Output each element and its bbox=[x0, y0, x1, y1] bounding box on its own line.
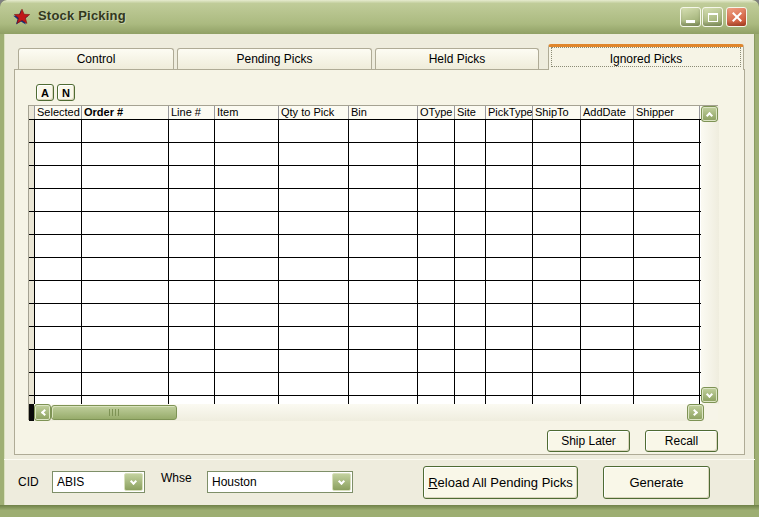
grid-cell[interactable] bbox=[418, 350, 455, 372]
grid-cell[interactable] bbox=[634, 166, 700, 188]
grid-cell[interactable] bbox=[82, 189, 169, 211]
grid-cell[interactable] bbox=[418, 373, 455, 395]
grid-cell[interactable] bbox=[82, 281, 169, 303]
grid-cell[interactable] bbox=[533, 235, 581, 257]
grid-cell[interactable] bbox=[349, 281, 418, 303]
grid-cell[interactable] bbox=[279, 350, 349, 372]
grid-cell[interactable] bbox=[169, 212, 215, 234]
grid-cell[interactable] bbox=[349, 235, 418, 257]
grid-cell[interactable] bbox=[634, 235, 700, 257]
grid-cell[interactable] bbox=[455, 327, 486, 349]
grid-cell[interactable] bbox=[455, 396, 486, 404]
grid-cell[interactable] bbox=[279, 304, 349, 326]
grid-cell[interactable] bbox=[215, 350, 279, 372]
grid-cell[interactable] bbox=[486, 235, 533, 257]
grid-cell[interactable] bbox=[634, 396, 700, 404]
ship-later-button[interactable]: Ship Later bbox=[547, 430, 630, 452]
grid-cell[interactable] bbox=[279, 189, 349, 211]
grid-cell[interactable] bbox=[581, 143, 634, 165]
scroll-left-button[interactable] bbox=[34, 404, 51, 421]
grid-cell[interactable] bbox=[533, 258, 581, 280]
grid-cell[interactable] bbox=[35, 235, 82, 257]
grid-cell[interactable] bbox=[169, 120, 215, 142]
generate-button[interactable]: Generate bbox=[603, 466, 710, 499]
grid-cell[interactable] bbox=[418, 235, 455, 257]
grid-cell[interactable] bbox=[349, 258, 418, 280]
grid-cell[interactable] bbox=[82, 120, 169, 142]
grid-cell[interactable] bbox=[215, 189, 279, 211]
minimize-button[interactable] bbox=[680, 7, 701, 27]
grid-cell[interactable] bbox=[169, 166, 215, 188]
scroll-up-button[interactable] bbox=[701, 106, 718, 122]
grid-cell[interactable] bbox=[634, 258, 700, 280]
grid-cell[interactable] bbox=[533, 327, 581, 349]
grid-cell[interactable] bbox=[634, 373, 700, 395]
grid-cell[interactable] bbox=[215, 327, 279, 349]
grid-cell[interactable] bbox=[35, 166, 82, 188]
grid-cell[interactable] bbox=[279, 396, 349, 404]
grid-cell[interactable] bbox=[82, 396, 169, 404]
grid-cell[interactable] bbox=[455, 373, 486, 395]
grid-cell[interactable] bbox=[169, 258, 215, 280]
grid-cell[interactable] bbox=[35, 212, 82, 234]
grid-cell[interactable] bbox=[533, 373, 581, 395]
grid-cell[interactable] bbox=[486, 327, 533, 349]
grid-cell[interactable] bbox=[455, 189, 486, 211]
grid-cell[interactable] bbox=[279, 281, 349, 303]
grid-cell[interactable] bbox=[169, 143, 215, 165]
grid-row[interactable] bbox=[29, 166, 701, 189]
n-button[interactable]: N bbox=[57, 84, 75, 101]
scroll-right-button[interactable] bbox=[687, 404, 704, 421]
grid-cell[interactable] bbox=[349, 350, 418, 372]
grid-cell[interactable] bbox=[169, 281, 215, 303]
grid-cell[interactable] bbox=[215, 258, 279, 280]
grid-cell[interactable] bbox=[533, 304, 581, 326]
grid-row[interactable] bbox=[29, 189, 701, 212]
grid-cell[interactable] bbox=[279, 143, 349, 165]
grid-cell[interactable] bbox=[169, 235, 215, 257]
grid-cell[interactable] bbox=[35, 258, 82, 280]
grid-cell[interactable] bbox=[215, 212, 279, 234]
grid-cell[interactable] bbox=[82, 373, 169, 395]
grid-cell[interactable] bbox=[455, 166, 486, 188]
grid-cell[interactable] bbox=[418, 396, 455, 404]
grid-cell[interactable] bbox=[581, 235, 634, 257]
grid-cell[interactable] bbox=[418, 212, 455, 234]
grid-cell[interactable] bbox=[349, 120, 418, 142]
grid-cell[interactable] bbox=[581, 120, 634, 142]
grid-cell[interactable] bbox=[486, 304, 533, 326]
grid-cell[interactable] bbox=[418, 120, 455, 142]
grid-cell[interactable] bbox=[581, 304, 634, 326]
grid-cell[interactable] bbox=[634, 143, 700, 165]
grid-cell[interactable] bbox=[533, 189, 581, 211]
grid-cell[interactable] bbox=[35, 189, 82, 211]
horizontal-scrollbar-thumb[interactable] bbox=[51, 405, 177, 420]
grid-cell[interactable] bbox=[169, 373, 215, 395]
grid-cell[interactable] bbox=[581, 166, 634, 188]
grid-cell[interactable] bbox=[418, 281, 455, 303]
grid-cell[interactable] bbox=[634, 304, 700, 326]
grid-row[interactable] bbox=[29, 212, 701, 235]
grid-cell[interactable] bbox=[418, 304, 455, 326]
grid-cell[interactable] bbox=[215, 235, 279, 257]
grid-row[interactable] bbox=[29, 143, 701, 166]
maximize-button[interactable] bbox=[702, 7, 723, 27]
grid-cell[interactable] bbox=[486, 373, 533, 395]
grid-cell[interactable] bbox=[349, 189, 418, 211]
grid-cell[interactable] bbox=[169, 189, 215, 211]
grid-cell[interactable] bbox=[486, 212, 533, 234]
grid-cell[interactable] bbox=[581, 212, 634, 234]
grid-cell[interactable] bbox=[82, 304, 169, 326]
grid-cell[interactable] bbox=[215, 304, 279, 326]
grid-cell[interactable] bbox=[455, 258, 486, 280]
grid-cell[interactable] bbox=[215, 143, 279, 165]
grid-cell[interactable] bbox=[279, 258, 349, 280]
grid-cell[interactable] bbox=[279, 235, 349, 257]
grid-cell[interactable] bbox=[349, 212, 418, 234]
grid-cell[interactable] bbox=[581, 396, 634, 404]
grid-row[interactable] bbox=[29, 258, 701, 281]
grid-row[interactable] bbox=[29, 350, 701, 373]
grid-cell[interactable] bbox=[634, 281, 700, 303]
grid-cell[interactable] bbox=[279, 373, 349, 395]
grid-cell[interactable] bbox=[455, 304, 486, 326]
